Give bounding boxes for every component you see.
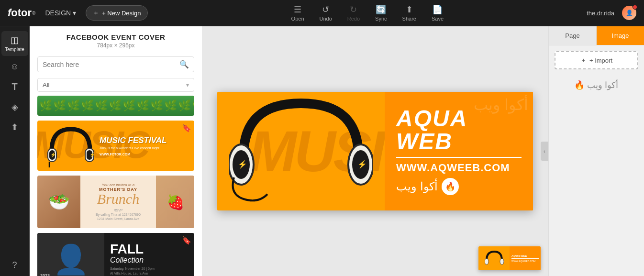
headphone-svg: ⚡ ⚡ [47, 124, 95, 167]
svg-text:⚡: ⚡ [357, 160, 367, 169]
brunch-title: Brunch [97, 192, 139, 206]
canvas-logo-icon: 🔥 [442, 178, 459, 195]
template-grid: 🌿🌿🌿 🌿🌿🌿 🌿🌿🌿 🌿🌿🌿 🔖 MUSIC [30, 96, 202, 276]
fashion-collection: Collection [110, 256, 189, 265]
undo-icon: ↺ [322, 4, 329, 15]
share-icon: ⬆ [406, 4, 413, 15]
canvas-design[interactable]: MUSIC ⚡ ⚡ [217, 92, 533, 210]
template-dimensions: 784px × 295px [37, 42, 194, 49]
fashion-tag: 2023 [40, 273, 101, 276]
plus-icon: ＋ [93, 9, 99, 17]
tab-image[interactable]: Image [597, 26, 644, 45]
canvas-divider [396, 157, 522, 158]
redo-label: Redo [347, 16, 360, 22]
save-button[interactable]: 📄 Save [432, 4, 444, 22]
bookmark-icon: 🔖 [182, 236, 191, 245]
large-headphone-svg: ⚡ ⚡ [229, 94, 373, 209]
chevron-down-icon: ▾ [73, 9, 76, 17]
sidebar-item-upload[interactable]: ⬆ [1, 118, 28, 136]
music-title: MUSIC FESTIVAL [100, 136, 190, 145]
redo-icon: ↻ [350, 4, 357, 15]
music-subtitle: Join us for a wonderful live concert nig… [100, 146, 190, 150]
canvas-brand-title: AQUA WEB [396, 107, 522, 153]
canvas-logo-area: أكوا ويب 🔥 [396, 178, 522, 195]
canvas-thumbnail: AQUA WEB WWW.AQWEEB.COM [478, 246, 541, 270]
text-icon: T [11, 81, 17, 92]
app-logo[interactable]: f otor ® [8, 7, 35, 19]
chevron-down-icon: ▾ [186, 82, 189, 88]
sidebar: ◫ Template ☺ T ◈ ⬆ ? [0, 26, 30, 276]
right-tabs: Page Image [549, 26, 644, 45]
import-label: + Import [589, 57, 612, 64]
sync-button[interactable]: 🔄 Sync [375, 4, 387, 22]
save-label: Save [432, 16, 444, 22]
fashion-date: Saturday, November 20 | 5pmAt Villa Hous… [110, 266, 189, 276]
right-arabic-preview: أكوا ويب 🔥 [549, 75, 644, 95]
design-dropdown[interactable]: DESIGN ▾ [45, 9, 76, 17]
canvas-area: MUSIC ⚡ ⚡ [202, 26, 548, 276]
open-icon: ☰ [294, 4, 301, 15]
sidebar-item-help[interactable]: ? [1, 256, 28, 276]
canvas-headphone-area: ⚡ ⚡ [217, 92, 385, 210]
share-button[interactable]: ⬆ Share [402, 4, 416, 22]
navbar-actions: ☰ Open ↺ Undo ↻ Redo 🔄 Sync ⬆ Share 📄 Sa… [148, 4, 587, 22]
avatar[interactable]: 👤 [622, 6, 636, 20]
redo-button[interactable]: ↻ Redo [347, 4, 360, 22]
upload-icon: ⬆ [11, 122, 18, 132]
design-label: DESIGN [45, 9, 71, 17]
undo-label: Undo [320, 16, 332, 22]
new-design-button[interactable]: ＋ + New Design [86, 5, 148, 21]
template-title: FACEBOOK EVENT COVER [37, 33, 194, 41]
search-bar[interactable]: 🔍 [37, 56, 194, 72]
collapse-button[interactable]: ‹ [541, 142, 548, 161]
plus-icon: ＋ [580, 56, 587, 65]
import-button[interactable]: ＋ + Import [555, 51, 638, 69]
element-icon: ☺ [10, 62, 19, 72]
filter-icon: ◈ [11, 102, 18, 112]
filter-dropdown[interactable]: All ▾ [37, 78, 194, 92]
template-item-music[interactable]: 🔖 MUSIC ⚡ ⚡ [37, 121, 194, 171]
sidebar-item-filter[interactable]: ◈ [1, 98, 28, 116]
open-button[interactable]: ☰ Open [291, 4, 304, 22]
search-icon: 🔍 [179, 60, 189, 69]
svg-text:⚡: ⚡ [238, 160, 247, 169]
thumbnail-left [478, 246, 510, 270]
tab-page[interactable]: Page [549, 26, 597, 45]
navbar-right: the.dr.rida 👤 [587, 6, 636, 20]
sidebar-item-template[interactable]: ◫ Template [1, 31, 28, 56]
svg-point-14 [500, 258, 504, 265]
template-item-brunch[interactable]: 🔖 🥗 You are invited to a MOTHER'S DAY Br… [37, 176, 194, 228]
right-sidebar: Page Image ＋ + Import أكوا ويب 🔥 [548, 26, 644, 276]
sync-label: Sync [375, 16, 387, 22]
undo-button[interactable]: ↺ Undo [320, 4, 332, 22]
main-content: ◫ Template ☺ T ◈ ⬆ ? FACEBOOK EVENT COVE… [0, 26, 644, 276]
canvas-url: WWW.AQWEEB.COM [396, 162, 522, 174]
canvas-arabic-text: أكوا ويب [396, 180, 438, 193]
svg-text:⚡: ⚡ [50, 152, 56, 158]
template-panel: FACEBOOK EVENT COVER 784px × 295px 🔍 All… [30, 26, 202, 276]
template-item-fashion[interactable]: 🔖 👤 2023 FASHION SHOW FALL [37, 233, 194, 276]
thumbnail-headphone-icon [485, 249, 504, 268]
template-item-green[interactable]: 🌿🌿🌿 🌿🌿🌿 🌿🌿🌿 🌿🌿🌿 [37, 96, 194, 116]
notification-badge [633, 5, 637, 10]
logo-superscript: ® [32, 11, 35, 16]
help-icon: ? [12, 260, 17, 270]
svg-text:⚡: ⚡ [89, 152, 95, 158]
thumbnail-brand: AQUA WEB [511, 254, 539, 257]
brunch-invited: You are invited to a [102, 183, 135, 187]
share-label: Share [402, 16, 416, 22]
music-url: WWW.FOTOR.COM [100, 153, 190, 156]
sync-icon: 🔄 [376, 4, 386, 15]
search-input[interactable] [43, 61, 179, 68]
template-header: FACEBOOK EVENT COVER 784px × 295px [30, 26, 202, 53]
sidebar-item-label: Template [5, 47, 24, 52]
thumbnail-inner: AQUA WEB WWW.AQWEEB.COM [478, 246, 541, 270]
canvas-text-area: أكوا ويب AQUA WEB WWW.AQWEEB.COM أكوا وي… [385, 92, 533, 210]
brunch-rsvp: RSVPBy calling Tina at 12345678901234 Ma… [96, 208, 141, 221]
new-design-label: + New Design [102, 10, 141, 17]
template-icon: ◫ [11, 35, 19, 45]
thumbnail-url: WWW.AQWEEB.COM [511, 260, 539, 263]
sidebar-item-element[interactable]: ☺ [1, 58, 28, 76]
navbar: f otor ® DESIGN ▾ ＋ + New Design ☰ Open … [0, 0, 644, 26]
sidebar-item-text[interactable]: T [1, 77, 28, 96]
